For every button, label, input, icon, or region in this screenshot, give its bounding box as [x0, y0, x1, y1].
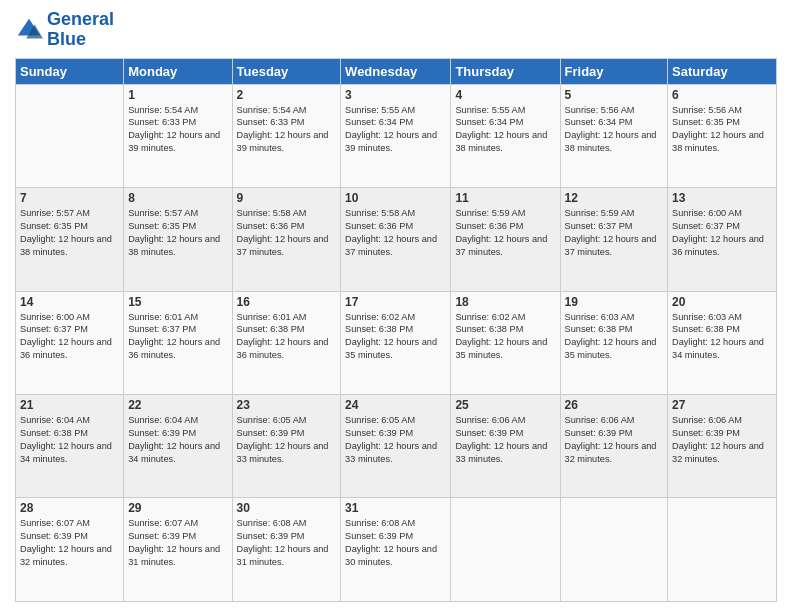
day-number: 18: [455, 295, 555, 309]
day-info: Sunrise: 6:02 AMSunset: 6:38 PMDaylight:…: [455, 311, 555, 363]
day-info: Sunrise: 6:05 AMSunset: 6:39 PMDaylight:…: [345, 414, 446, 466]
cell-w4-d3: 31Sunrise: 6:08 AMSunset: 6:39 PMDayligh…: [341, 498, 451, 602]
header-sunday: Sunday: [16, 58, 124, 84]
logo-icon: [15, 16, 43, 44]
week-row-3: 21Sunrise: 6:04 AMSunset: 6:38 PMDayligh…: [16, 395, 777, 498]
day-info: Sunrise: 6:08 AMSunset: 6:39 PMDaylight:…: [237, 517, 337, 569]
day-number: 9: [237, 191, 337, 205]
page: General Blue SundayMondayTuesdayWednesda…: [0, 0, 792, 612]
day-info: Sunrise: 5:54 AMSunset: 6:33 PMDaylight:…: [237, 104, 337, 156]
cell-w0-d0: [16, 84, 124, 187]
day-number: 10: [345, 191, 446, 205]
cell-w1-d4: 11Sunrise: 5:59 AMSunset: 6:36 PMDayligh…: [451, 188, 560, 291]
day-number: 29: [128, 501, 227, 515]
day-number: 25: [455, 398, 555, 412]
day-info: Sunrise: 5:56 AMSunset: 6:35 PMDaylight:…: [672, 104, 772, 156]
cell-w4-d2: 30Sunrise: 6:08 AMSunset: 6:39 PMDayligh…: [232, 498, 341, 602]
cell-w1-d6: 13Sunrise: 6:00 AMSunset: 6:37 PMDayligh…: [668, 188, 777, 291]
header-saturday: Saturday: [668, 58, 777, 84]
cell-w3-d4: 25Sunrise: 6:06 AMSunset: 6:39 PMDayligh…: [451, 395, 560, 498]
cell-w4-d1: 29Sunrise: 6:07 AMSunset: 6:39 PMDayligh…: [124, 498, 232, 602]
day-number: 3: [345, 88, 446, 102]
day-info: Sunrise: 5:55 AMSunset: 6:34 PMDaylight:…: [455, 104, 555, 156]
day-number: 20: [672, 295, 772, 309]
day-info: Sunrise: 6:04 AMSunset: 6:39 PMDaylight:…: [128, 414, 227, 466]
cell-w0-d5: 5Sunrise: 5:56 AMSunset: 6:34 PMDaylight…: [560, 84, 668, 187]
cell-w0-d1: 1Sunrise: 5:54 AMSunset: 6:33 PMDaylight…: [124, 84, 232, 187]
day-number: 16: [237, 295, 337, 309]
cell-w2-d2: 16Sunrise: 6:01 AMSunset: 6:38 PMDayligh…: [232, 291, 341, 394]
day-info: Sunrise: 6:07 AMSunset: 6:39 PMDaylight:…: [20, 517, 119, 569]
cell-w0-d6: 6Sunrise: 5:56 AMSunset: 6:35 PMDaylight…: [668, 84, 777, 187]
day-info: Sunrise: 6:07 AMSunset: 6:39 PMDaylight:…: [128, 517, 227, 569]
cell-w3-d5: 26Sunrise: 6:06 AMSunset: 6:39 PMDayligh…: [560, 395, 668, 498]
day-info: Sunrise: 6:00 AMSunset: 6:37 PMDaylight:…: [672, 207, 772, 259]
cell-w4-d0: 28Sunrise: 6:07 AMSunset: 6:39 PMDayligh…: [16, 498, 124, 602]
cell-w3-d3: 24Sunrise: 6:05 AMSunset: 6:39 PMDayligh…: [341, 395, 451, 498]
cell-w2-d6: 20Sunrise: 6:03 AMSunset: 6:38 PMDayligh…: [668, 291, 777, 394]
header-monday: Monday: [124, 58, 232, 84]
cell-w3-d1: 22Sunrise: 6:04 AMSunset: 6:39 PMDayligh…: [124, 395, 232, 498]
day-number: 2: [237, 88, 337, 102]
day-info: Sunrise: 6:03 AMSunset: 6:38 PMDaylight:…: [565, 311, 664, 363]
cell-w2-d1: 15Sunrise: 6:01 AMSunset: 6:37 PMDayligh…: [124, 291, 232, 394]
day-info: Sunrise: 6:08 AMSunset: 6:39 PMDaylight:…: [345, 517, 446, 569]
logo: General Blue: [15, 10, 114, 50]
day-number: 31: [345, 501, 446, 515]
day-number: 24: [345, 398, 446, 412]
header-wednesday: Wednesday: [341, 58, 451, 84]
day-info: Sunrise: 5:57 AMSunset: 6:35 PMDaylight:…: [20, 207, 119, 259]
day-info: Sunrise: 6:03 AMSunset: 6:38 PMDaylight:…: [672, 311, 772, 363]
day-info: Sunrise: 5:55 AMSunset: 6:34 PMDaylight:…: [345, 104, 446, 156]
cell-w1-d5: 12Sunrise: 5:59 AMSunset: 6:37 PMDayligh…: [560, 188, 668, 291]
day-number: 7: [20, 191, 119, 205]
header: General Blue: [15, 10, 777, 50]
day-info: Sunrise: 6:01 AMSunset: 6:38 PMDaylight:…: [237, 311, 337, 363]
cell-w3-d2: 23Sunrise: 6:05 AMSunset: 6:39 PMDayligh…: [232, 395, 341, 498]
cell-w3-d0: 21Sunrise: 6:04 AMSunset: 6:38 PMDayligh…: [16, 395, 124, 498]
day-number: 1: [128, 88, 227, 102]
week-row-0: 1Sunrise: 5:54 AMSunset: 6:33 PMDaylight…: [16, 84, 777, 187]
day-number: 28: [20, 501, 119, 515]
day-info: Sunrise: 5:57 AMSunset: 6:35 PMDaylight:…: [128, 207, 227, 259]
cell-w2-d5: 19Sunrise: 6:03 AMSunset: 6:38 PMDayligh…: [560, 291, 668, 394]
cell-w4-d4: [451, 498, 560, 602]
cell-w2-d3: 17Sunrise: 6:02 AMSunset: 6:38 PMDayligh…: [341, 291, 451, 394]
header-row: SundayMondayTuesdayWednesdayThursdayFrid…: [16, 58, 777, 84]
day-number: 11: [455, 191, 555, 205]
cell-w4-d6: [668, 498, 777, 602]
day-number: 22: [128, 398, 227, 412]
day-number: 13: [672, 191, 772, 205]
day-info: Sunrise: 5:58 AMSunset: 6:36 PMDaylight:…: [345, 207, 446, 259]
cell-w1-d1: 8Sunrise: 5:57 AMSunset: 6:35 PMDaylight…: [124, 188, 232, 291]
day-info: Sunrise: 5:59 AMSunset: 6:37 PMDaylight:…: [565, 207, 664, 259]
day-number: 23: [237, 398, 337, 412]
cell-w0-d2: 2Sunrise: 5:54 AMSunset: 6:33 PMDaylight…: [232, 84, 341, 187]
day-number: 4: [455, 88, 555, 102]
week-row-2: 14Sunrise: 6:00 AMSunset: 6:37 PMDayligh…: [16, 291, 777, 394]
day-number: 21: [20, 398, 119, 412]
day-info: Sunrise: 5:54 AMSunset: 6:33 PMDaylight:…: [128, 104, 227, 156]
day-number: 17: [345, 295, 446, 309]
day-number: 30: [237, 501, 337, 515]
day-info: Sunrise: 6:01 AMSunset: 6:37 PMDaylight:…: [128, 311, 227, 363]
day-info: Sunrise: 5:56 AMSunset: 6:34 PMDaylight:…: [565, 104, 664, 156]
cell-w2-d0: 14Sunrise: 6:00 AMSunset: 6:37 PMDayligh…: [16, 291, 124, 394]
day-info: Sunrise: 6:06 AMSunset: 6:39 PMDaylight:…: [672, 414, 772, 466]
day-number: 19: [565, 295, 664, 309]
day-number: 14: [20, 295, 119, 309]
day-number: 5: [565, 88, 664, 102]
day-info: Sunrise: 6:06 AMSunset: 6:39 PMDaylight:…: [565, 414, 664, 466]
day-number: 6: [672, 88, 772, 102]
logo-text: General Blue: [47, 10, 114, 50]
header-friday: Friday: [560, 58, 668, 84]
day-info: Sunrise: 6:02 AMSunset: 6:38 PMDaylight:…: [345, 311, 446, 363]
header-thursday: Thursday: [451, 58, 560, 84]
calendar-table: SundayMondayTuesdayWednesdayThursdayFrid…: [15, 58, 777, 602]
day-number: 15: [128, 295, 227, 309]
day-number: 12: [565, 191, 664, 205]
cell-w1-d0: 7Sunrise: 5:57 AMSunset: 6:35 PMDaylight…: [16, 188, 124, 291]
day-number: 8: [128, 191, 227, 205]
day-number: 27: [672, 398, 772, 412]
cell-w2-d4: 18Sunrise: 6:02 AMSunset: 6:38 PMDayligh…: [451, 291, 560, 394]
